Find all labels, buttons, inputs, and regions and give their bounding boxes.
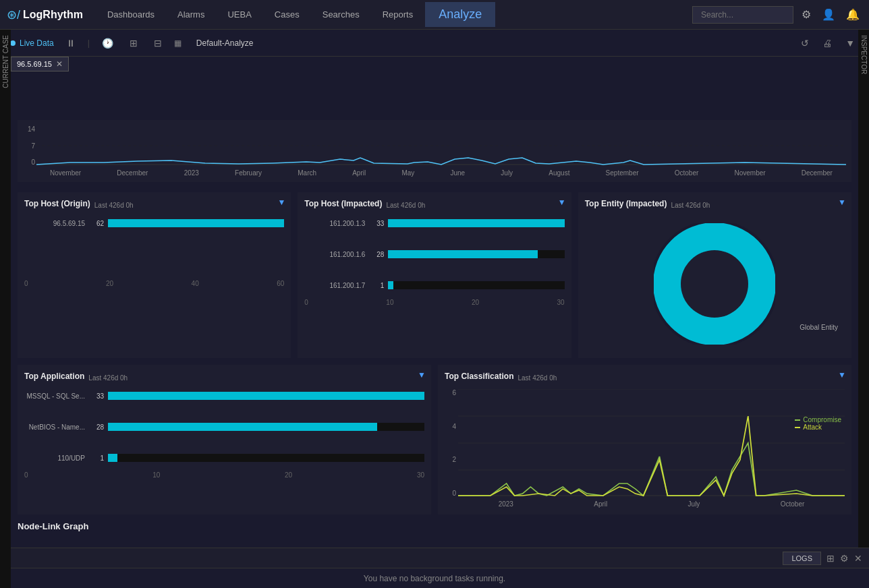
app-bar-label-2: 110/UDP	[24, 454, 85, 462]
class-y-0: 0	[445, 490, 456, 497]
top-classification-filter[interactable]: ▼	[838, 370, 846, 380]
logo[interactable]: ⊛/ LogRhythm	[7, 7, 83, 22]
class-y-2: 2	[445, 456, 456, 463]
nav-dashboards[interactable]: Dashboards	[96, 3, 165, 26]
bar-axis-impacted: 0 10 20 30	[304, 299, 564, 306]
top-entity-subtitle: Last 426d 0h	[671, 202, 710, 209]
donut-legend: Global Entity	[800, 324, 838, 331]
legend-compromise-dot	[795, 419, 800, 421]
pause-icon[interactable]: ⏸	[62, 36, 80, 51]
node-link-title: Node-Link Graph	[18, 521, 88, 531]
class-legend: Compromise Attack	[795, 416, 841, 431]
top-entity-donut: Global Entity	[585, 216, 845, 351]
live-data-label: Live Data	[20, 38, 54, 48]
logs-expand-icon[interactable]: ⊞	[826, 553, 835, 564]
bar-value-impacted-0: 33	[369, 220, 384, 227]
top-host-origin-chart: 96.5.69.15 62 0 20 40 60	[24, 216, 284, 290]
tl-jun: June	[450, 169, 465, 177]
app-bar-label-0: MSSQL - SQL Se...	[24, 392, 85, 400]
nav-alarms[interactable]: Alarms	[167, 3, 215, 26]
top-entity-widget: Top Entity (Impacted) Last 426d 0h ▼ Glo…	[578, 192, 851, 358]
legend-compromise-label: Compromise	[803, 416, 841, 423]
top-classification-widget: Top Classification Last 426d 0h ▼ 6 4 2 …	[438, 365, 851, 514]
tl-aug: August	[549, 169, 569, 177]
top-host-origin-widget: Top Host (Origin) Last 426d 0h ▼ 96.5.69…	[18, 192, 291, 358]
filter-icon[interactable]: ▼	[841, 36, 859, 51]
app-bar-container-0	[108, 392, 424, 400]
top-application-widget: Top Application Last 426d 0h ▼ MSSQL - S…	[18, 365, 431, 514]
app-bar-value-0: 33	[89, 392, 104, 400]
class-y-4: 4	[445, 423, 456, 430]
tl-feb: February	[235, 169, 262, 177]
main-content: 14 7 0 November December 2023 February M…	[11, 113, 858, 588]
nav-ueba[interactable]: UEBA	[217, 3, 262, 26]
live-data-indicator: Live Data	[10, 38, 54, 48]
top-host-origin-title: Top Host (Origin)	[24, 199, 90, 208]
right-inspector-panel: INSPECTOR	[858, 30, 869, 548]
legend-attack: Attack	[795, 423, 841, 431]
logs-button[interactable]: LOGS	[783, 552, 821, 565]
timeline-y-14: 14	[23, 125, 35, 133]
tl-may: May	[401, 169, 414, 177]
classification-svg	[458, 389, 845, 497]
tl-mar: March	[298, 169, 316, 177]
print-icon[interactable]: 🖨	[818, 36, 836, 51]
status-message: You have no background tasks running.	[364, 574, 505, 583]
timeline-svg	[36, 125, 846, 166]
tl-apr: April	[352, 169, 366, 177]
legend-attack-dot	[795, 427, 800, 428]
tl-2023: 2023	[184, 169, 199, 177]
expand-icon[interactable]: ⊞	[125, 36, 142, 51]
left-panel: CURRENT CASE	[0, 30, 11, 588]
logs-settings-icon[interactable]: ⚙	[840, 553, 849, 564]
settings-icon[interactable]: ⚙	[799, 5, 814, 24]
app-bar-fill-0	[108, 392, 424, 400]
widgets-row2: Top Application Last 426d 0h ▼ MSSQL - S…	[18, 365, 851, 514]
status-bar: You have no background tasks running.	[0, 568, 869, 588]
bar-container-impacted-0	[388, 219, 564, 227]
dashboard-name: Default-Analyze	[196, 38, 254, 48]
refresh-icon[interactable]: ↺	[797, 36, 813, 51]
logs-close-icon[interactable]: ✕	[854, 553, 862, 564]
bar-fill-impacted-2	[388, 281, 393, 289]
toolbar: Live Data ⏸ | 🕐 ⊞ ⊟ ▦ Default-Analyze ↺ …	[0, 30, 869, 57]
top-host-origin-filter[interactable]: ▼	[277, 198, 285, 207]
nav-analyze[interactable]: Analyze	[425, 2, 495, 27]
bar-value-impacted-2: 1	[369, 282, 384, 289]
app-bar-row-1: NetBIOS - Name... 28	[24, 423, 424, 431]
nav-cases[interactable]: Cases	[264, 3, 310, 26]
active-tab: 96.5.69.15 ✕	[11, 57, 69, 71]
top-entity-filter[interactable]: ▼	[838, 198, 846, 207]
top-application-title: Top Application	[24, 372, 84, 381]
top-application-filter[interactable]: ▼	[418, 370, 426, 380]
download-icon[interactable]: ⊟	[150, 36, 166, 51]
class-yaxis: 6 4 2 0	[445, 389, 458, 497]
tab-label: 96.5.69.15	[17, 60, 52, 68]
current-case-label: CURRENT CASE	[1, 30, 11, 94]
bar-label-impacted-2: 161.200.1.7	[304, 282, 365, 289]
nav-items: Dashboards Alarms UEBA Cases Searches Re…	[96, 2, 692, 27]
notification-icon[interactable]: 🔔	[843, 5, 862, 24]
app-bar-value-1: 28	[89, 423, 104, 431]
tl-oct: October	[675, 169, 699, 177]
app-bar-row-0: MSSQL - SQL Se... 33	[24, 392, 424, 400]
clock-icon[interactable]: 🕐	[98, 36, 117, 51]
tab-close-button[interactable]: ✕	[56, 59, 63, 69]
bar-value-impacted-1: 28	[369, 251, 384, 258]
nav-searches[interactable]: Searches	[312, 3, 370, 26]
timeline-chart: 14 7 0 November December 2023 February M…	[18, 120, 851, 182]
bar-row-impacted-0: 161.200.1.3 33	[304, 219, 564, 227]
user-icon[interactable]: 👤	[819, 5, 838, 24]
search-input[interactable]	[692, 6, 793, 24]
nav-reports[interactable]: Reports	[372, 3, 424, 26]
live-dot	[10, 40, 16, 46]
dashboard-icon: ▦	[174, 38, 181, 48]
top-host-impacted-filter[interactable]: ▼	[558, 198, 566, 207]
top-host-impacted-title: Top Host (Impacted)	[304, 199, 382, 208]
bar-label-impacted-1: 161.200.1.6	[304, 251, 365, 258]
app-bar-value-2: 1	[89, 454, 104, 462]
timeline-x-labels: November December 2023 February March Ap…	[36, 169, 846, 177]
svg-point-4	[681, 250, 748, 318]
legend-attack-label: Attack	[803, 423, 822, 431]
bar-fill-0	[108, 219, 284, 227]
